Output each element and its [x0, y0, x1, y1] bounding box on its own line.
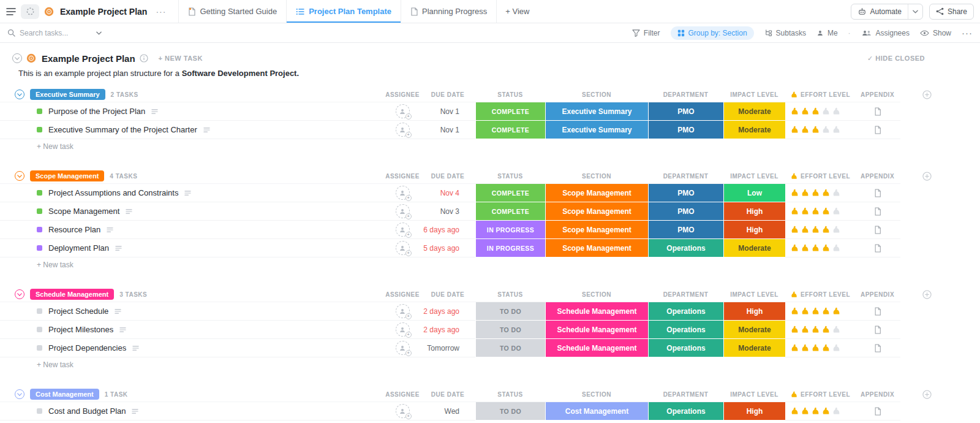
department-cell[interactable]: Operations	[648, 402, 723, 421]
add-assignee-button[interactable]: +	[396, 123, 410, 137]
task-description-icon[interactable]	[203, 127, 210, 133]
due-date[interactable]: Tomorrow	[420, 339, 475, 357]
page-collapse-icon[interactable]	[12, 53, 22, 63]
add-assignee-button[interactable]: +	[396, 223, 410, 237]
add-assignee-button[interactable]: +	[396, 341, 410, 355]
group-badge[interactable]: Schedule Management	[30, 289, 114, 300]
task-description-icon[interactable]	[115, 308, 121, 314]
task-description-icon[interactable]	[115, 245, 122, 251]
hamburger-menu-icon[interactable]	[6, 7, 16, 16]
section-cell[interactable]: Schedule Management	[545, 321, 648, 339]
effort-cell[interactable]	[785, 102, 854, 121]
add-assignee-button[interactable]: +	[396, 322, 410, 337]
task-description-icon[interactable]	[132, 345, 139, 351]
task-name[interactable]: Project Dependencies	[48, 343, 126, 352]
impact-cell[interactable]: Moderate	[723, 239, 785, 257]
due-date[interactable]: Nov 4	[420, 184, 475, 202]
department-cell[interactable]: Operations	[648, 339, 723, 357]
effort-cell[interactable]	[785, 339, 854, 357]
effort-cell[interactable]	[785, 121, 854, 139]
add-assignee-button[interactable]: +	[396, 204, 410, 218]
group-collapse-icon[interactable]	[15, 171, 24, 181]
add-assignee-button[interactable]: +	[396, 404, 410, 418]
impact-cell[interactable]: Moderate	[723, 102, 785, 121]
group-by-button[interactable]: Group by: Section	[671, 26, 754, 40]
status-cell[interactable]: COMPLETE	[475, 184, 545, 202]
add-view-button[interactable]: + View	[496, 0, 538, 23]
effort-cell[interactable]	[785, 221, 854, 239]
impact-cell[interactable]: Moderate	[723, 121, 785, 139]
section-cell[interactable]: Executive Summary	[545, 102, 648, 121]
group-badge[interactable]: Cost Management	[30, 389, 99, 400]
share-button[interactable]: Share	[929, 4, 974, 20]
task-status-bullet[interactable]	[37, 109, 42, 114]
task-name[interactable]: Project Assumptions and Constraints	[48, 188, 178, 197]
add-assignee-button[interactable]: +	[396, 186, 410, 200]
due-date[interactable]: 5 days ago	[420, 239, 475, 257]
impact-cell[interactable]: Moderate	[723, 339, 785, 357]
department-cell[interactable]: PMO	[648, 102, 723, 121]
task-row[interactable]: Project Dependencies + Tomorrow TO DO Sc…	[0, 339, 980, 357]
group-badge[interactable]: Scope Management	[30, 170, 104, 181]
status-cell[interactable]: IN PROGRESS	[475, 239, 545, 257]
due-date[interactable]: 2 days ago	[420, 302, 475, 321]
add-assignee-button[interactable]: +	[396, 241, 410, 255]
status-cell[interactable]: TO DO	[475, 339, 545, 357]
task-row[interactable]: Scope Management + Nov 3 COMPLETE Scope …	[0, 202, 980, 221]
tab-getting-started-guide[interactable]: Getting Started Guide	[178, 0, 286, 23]
task-row[interactable]: Project Schedule + 2 days ago TO DO Sche…	[0, 302, 980, 321]
effort-cell[interactable]	[785, 402, 854, 421]
task-name[interactable]: Project Schedule	[48, 307, 108, 316]
group-collapse-icon[interactable]	[15, 389, 24, 399]
department-cell[interactable]: PMO	[648, 202, 723, 221]
appendix-doc-icon[interactable]	[874, 407, 881, 416]
add-task-row-button[interactable]: + New task	[37, 142, 74, 151]
task-status-bullet[interactable]	[37, 345, 42, 351]
appendix-doc-icon[interactable]	[874, 344, 881, 352]
task-status-bullet[interactable]	[37, 208, 42, 214]
section-cell[interactable]: Scope Management	[545, 221, 648, 239]
status-cell[interactable]: TO DO	[475, 321, 545, 339]
task-name[interactable]: Project Milestones	[48, 325, 113, 334]
add-task-row-button[interactable]: + New task	[37, 360, 74, 369]
task-status-bullet[interactable]	[37, 245, 42, 251]
impact-cell[interactable]: Low	[723, 184, 785, 202]
effort-cell[interactable]	[785, 302, 854, 321]
tab-project-plan-template[interactable]: Project Plan Template	[286, 0, 401, 23]
appendix-doc-icon[interactable]	[874, 189, 881, 197]
impact-cell[interactable]: High	[723, 302, 785, 321]
subtasks-button[interactable]: Subtasks	[764, 29, 806, 37]
filter-button[interactable]: Filter	[632, 29, 660, 37]
section-cell[interactable]: Scope Management	[545, 184, 648, 202]
section-cell[interactable]: Executive Summary	[545, 121, 648, 139]
search-collapse-icon[interactable]	[96, 31, 102, 35]
appendix-doc-icon[interactable]	[874, 307, 881, 316]
add-assignee-button[interactable]: +	[396, 304, 410, 318]
impact-cell[interactable]: High	[723, 221, 785, 239]
appendix-doc-icon[interactable]	[874, 207, 881, 216]
group-collapse-icon[interactable]	[15, 289, 24, 299]
status-cell[interactable]: COMPLETE	[475, 102, 545, 121]
section-cell[interactable]: Schedule Management	[545, 302, 648, 321]
add-assignee-button[interactable]: +	[396, 104, 410, 118]
task-name[interactable]: Scope Management	[48, 207, 119, 216]
due-date[interactable]: Nov 3	[420, 202, 475, 221]
task-status-bullet[interactable]	[37, 327, 42, 332]
task-row[interactable]: Resource Plan + 6 days ago IN PROGRESS S…	[0, 221, 980, 239]
task-name[interactable]: Deployment Plan	[48, 243, 109, 253]
task-name[interactable]: Resource Plan	[48, 225, 100, 234]
status-cell[interactable]: COMPLETE	[475, 202, 545, 221]
due-date[interactable]: Nov 1	[420, 121, 475, 139]
department-cell[interactable]: PMO	[648, 121, 723, 139]
task-status-bullet[interactable]	[37, 190, 42, 196]
task-description-icon[interactable]	[119, 327, 126, 333]
automate-dropdown-button[interactable]	[908, 4, 922, 19]
impact-cell[interactable]: Moderate	[723, 321, 785, 339]
due-date[interactable]: Nov 1	[420, 102, 475, 121]
show-button[interactable]: Show	[920, 29, 951, 37]
status-cell[interactable]: COMPLETE	[475, 121, 545, 139]
section-cell[interactable]: Scope Management	[545, 239, 648, 257]
assignees-button[interactable]: Assignees	[861, 29, 910, 37]
task-status-bullet[interactable]	[37, 127, 42, 132]
status-cell[interactable]: TO DO	[475, 402, 545, 421]
